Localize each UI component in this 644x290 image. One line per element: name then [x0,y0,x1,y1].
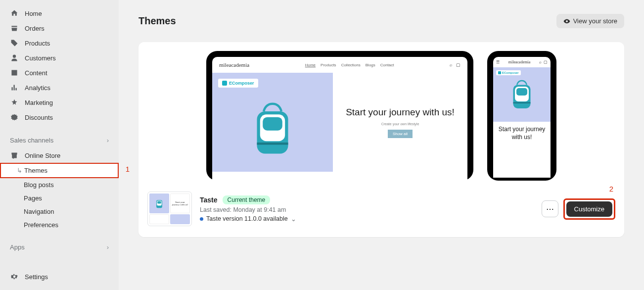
discounts-icon [10,113,19,122]
search-icon: ⌕ [450,62,452,67]
backpack-image [250,99,295,159]
annotation-1: 1 [126,165,130,173]
home-icon [10,9,19,18]
sub-item-label: Themes [24,167,47,174]
theme-actions: 2 ⋯ Customize [542,198,615,220]
nav-analytics[interactable]: Analytics [0,80,119,95]
svg-rect-2 [263,117,282,131]
nav-label: Products [25,40,50,47]
marketing-icon [10,98,19,107]
svg-rect-7 [513,102,531,103]
person-icon [10,53,19,62]
nav-marketing[interactable]: Marketing [0,95,119,110]
mobile-preview[interactable]: ☰ mileacademia ⌕ ▢ EComposer [487,51,556,181]
annotation-2: 2 [609,185,613,193]
nav-label: Marketing [25,99,53,106]
sub-item-label: Navigation [24,208,54,215]
menu-icon: ☰ [496,60,500,64]
orders-icon [10,24,19,33]
apps-header[interactable]: Apps › [0,240,119,255]
store-icon [10,151,19,160]
customize-button[interactable]: Customize [566,201,612,217]
site-nav: Home Products Collections Blogs Contact [305,63,394,67]
nav-label: Orders [25,25,45,32]
version-available[interactable]: Taste version 11.0.0 available ⌄ [200,215,534,223]
sidebar-item-preferences[interactable]: Preferences [0,218,119,232]
page-header: Themes View your store [138,14,624,28]
search-icon: ⌕ [539,60,542,64]
gear-icon [10,272,19,281]
nav-label: Customers [25,54,56,62]
backpack-image-mobile [509,79,534,111]
content-icon [10,68,19,77]
svg-rect-10 [157,201,161,203]
theme-bar: Start yourjourney with us! Taste Current… [138,181,624,237]
sales-channels-header[interactable]: Sales channels › [0,133,119,148]
eye-icon [563,18,570,25]
nav-label: Home [25,10,42,17]
page-title: Themes [138,15,176,27]
cart-icon: ▢ [544,60,548,64]
theme-card: mileacademia Home Products Collections B… [138,42,624,237]
apps-label: Apps [10,243,25,251]
sales-channels-label: Sales channels [10,137,53,144]
chevron-right-icon: › [107,243,109,251]
sidebar-item-themes[interactable]: ↳ Themes [0,163,119,178]
analytics-icon [10,83,19,92]
theme-thumbnail: Start yourjourney with us! [147,192,192,226]
hero-subtitle: Create your own lifestyle [381,122,419,126]
nav-label: Content [25,69,47,77]
sub-item-label: Pages [24,194,42,202]
sub-item-label: Blog posts [24,181,54,189]
sidebar-item-blog-posts[interactable]: Blog posts [0,178,119,192]
corner-arrow-icon: ↳ [17,167,22,174]
ecomposer-badge: EComposer [218,79,258,88]
cart-icon: ▢ [456,62,460,67]
ecomposer-logo-icon [222,81,227,86]
desktop-preview[interactable]: mileacademia Home Products Collections B… [206,51,473,181]
site-brand: mileacademia [219,62,249,68]
nav-settings[interactable]: Settings [0,269,119,284]
theme-name: Taste [200,196,218,204]
nav-label: Settings [25,273,48,281]
chevron-right-icon: › [107,137,109,144]
nav-label: Online Store [25,152,60,159]
nav-content[interactable]: Content [0,65,119,80]
version-text: Taste version 11.0.0 available [206,215,288,222]
site-brand-mobile: mileacademia [508,60,530,64]
nav-discounts[interactable]: Discounts [0,110,119,125]
update-dot-icon [200,217,203,221]
theme-preview-area: mileacademia Home Products Collections B… [138,42,624,181]
theme-info: Taste Current theme Last saved: Monday a… [200,195,534,223]
nav-customers[interactable]: Customers [0,50,119,65]
svg-rect-6 [516,88,527,96]
current-theme-badge: Current theme [223,195,271,204]
main-content: Themes View your store mileacademia Home… [119,0,644,290]
nav-orders[interactable]: Orders [0,21,119,36]
hero-title: Start your journey with us! [346,106,455,118]
sidebar: Home Orders Products Customers Content A… [0,0,119,290]
view-your-store-button[interactable]: View your store [556,14,624,28]
svg-rect-3 [257,143,288,145]
nav-products[interactable]: Products [0,36,119,50]
view-store-label: View your store [573,17,617,25]
nav-online-store[interactable]: Online Store [0,148,119,163]
sidebar-item-pages[interactable]: Pages [0,192,119,205]
nav-home[interactable]: Home [0,6,119,21]
last-saved-text: Last saved: Monday at 9:41 am [200,206,534,213]
more-options-button[interactable]: ⋯ [542,200,558,217]
nav-label: Discounts [25,114,53,121]
more-icon: ⋯ [546,204,554,214]
tag-icon [10,39,19,48]
customize-highlight: Customize [563,198,615,220]
hero-title-mobile: Start your journey with us! [496,126,548,141]
nav-label: Analytics [25,84,50,92]
sidebar-item-navigation[interactable]: Navigation [0,205,119,218]
chevron-down-icon: ⌄ [291,215,296,223]
ecomposer-badge-mobile: EComposer [496,70,521,75]
shop-all-button: Show all [388,130,413,138]
sub-item-label: Preferences [24,221,58,229]
